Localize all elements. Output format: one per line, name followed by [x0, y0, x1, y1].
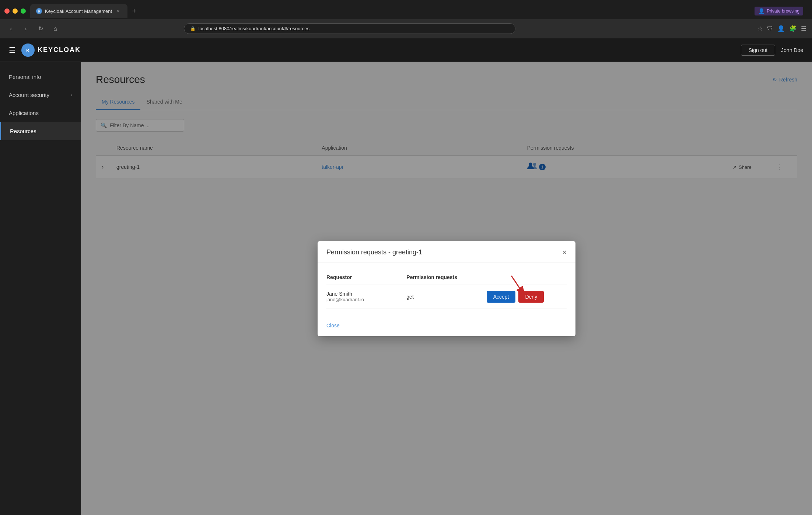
- close-modal-link[interactable]: Close: [326, 323, 340, 328]
- browser-toolbar: ‹ › ↻ ⌂ 🔒 localhost:8080/realms/kuadrant…: [0, 19, 812, 38]
- keycloak-logo: K KEYCLOAK: [21, 44, 81, 57]
- shield-icon[interactable]: 🛡: [767, 25, 773, 32]
- modal-overlay[interactable]: Permission requests - greeting-1 × Reque…: [81, 62, 812, 515]
- app-body: Personal info Account security › Applica…: [0, 62, 812, 515]
- sign-out-button[interactable]: Sign out: [741, 45, 775, 56]
- tab-close-button[interactable]: ×: [115, 8, 122, 14]
- modal-title: Permission requests - greeting-1: [326, 248, 422, 256]
- modal-table-header: Requestor Permission requests: [326, 271, 567, 285]
- tab-title: Keycloak Account Management: [45, 8, 112, 14]
- modal-col-permission-requests: Permission requests: [406, 274, 486, 280]
- sidebar-item-label-account-security: Account security: [9, 92, 49, 98]
- requestor-info: Jane Smith jane@kuadrant.io: [326, 291, 406, 302]
- keycloak-logo-icon: K: [21, 44, 35, 57]
- sidebar-item-account-security[interactable]: Account security ›: [0, 86, 81, 104]
- requestor-email: jane@kuadrant.io: [326, 297, 406, 302]
- sidebar-item-label-resources: Resources: [10, 128, 36, 134]
- sidebar-item-label-personal-info: Personal info: [9, 74, 41, 80]
- modal-col-actions: [487, 274, 567, 280]
- browser-right-icons: ☆ 🛡 👤 🧩 ☰: [757, 25, 806, 32]
- menu-icon[interactable]: ☰: [801, 25, 806, 32]
- main-content: Resources ↻ Refresh My Resources Shared …: [81, 62, 812, 515]
- modal-header: Permission requests - greeting-1 ×: [318, 241, 575, 262]
- arrow-annotation: [504, 274, 526, 294]
- new-tab-button[interactable]: +: [129, 6, 139, 16]
- private-browsing-badge: 👤 Private browsing: [755, 7, 803, 15]
- header-right: Sign out John Doe: [741, 45, 803, 56]
- address-bar[interactable]: 🔒 localhost:8080/realms/kuadrant/account…: [184, 23, 515, 34]
- permission-type: get: [406, 294, 486, 300]
- fullscreen-window-button[interactable]: [21, 8, 26, 14]
- hamburger-menu-button[interactable]: ☰: [9, 46, 15, 55]
- sidebar-item-personal-info[interactable]: Personal info: [0, 68, 81, 86]
- chevron-right-icon: ›: [71, 93, 72, 98]
- svg-text:K: K: [26, 48, 30, 53]
- forward-button[interactable]: ›: [21, 24, 31, 34]
- profile-icon[interactable]: 👤: [777, 25, 785, 32]
- private-browsing-label: Private browsing: [767, 8, 799, 14]
- bookmark-icon[interactable]: ☆: [757, 25, 763, 32]
- modal-close-button[interactable]: ×: [562, 248, 567, 256]
- private-browsing-icon: 👤: [758, 8, 764, 14]
- app-header: ☰ K KEYCLOAK Sign out John Doe: [0, 38, 812, 62]
- action-buttons: Accept Deny: [487, 291, 567, 303]
- address-text: localhost:8080/realms/kuadrant/account/#…: [199, 26, 309, 31]
- svg-line-5: [511, 276, 519, 288]
- sidebar: Personal info Account security › Applica…: [0, 62, 81, 515]
- traffic-lights: [4, 8, 26, 14]
- extensions-icon[interactable]: 🧩: [789, 25, 797, 32]
- modal-col-requestor: Requestor: [326, 274, 406, 280]
- permission-requests-modal: Permission requests - greeting-1 × Reque…: [318, 241, 575, 336]
- user-name: John Doe: [781, 47, 803, 53]
- minimize-window-button[interactable]: [13, 8, 18, 14]
- modal-table-row: Jane Smith jane@kuadrant.io get Accept D…: [326, 285, 567, 309]
- sidebar-item-applications[interactable]: Applications: [0, 104, 81, 122]
- back-button[interactable]: ‹: [6, 24, 16, 34]
- modal-body: Requestor Permission requests: [318, 262, 575, 318]
- tab-favicon: K: [36, 8, 42, 14]
- sidebar-item-resources[interactable]: Resources: [0, 122, 81, 140]
- lock-icon: 🔒: [190, 26, 196, 31]
- home-button[interactable]: ⌂: [50, 24, 60, 34]
- modal-footer: Close: [318, 318, 575, 336]
- reload-button[interactable]: ↻: [35, 24, 46, 34]
- keycloak-logo-text: KEYCLOAK: [38, 46, 81, 54]
- browser-tab-keycloak[interactable]: K Keycloak Account Management ×: [30, 4, 127, 18]
- close-window-button[interactable]: [4, 8, 10, 14]
- sidebar-item-label-applications: Applications: [9, 110, 39, 116]
- browser-tab-bar: K Keycloak Account Management × + 👤 Priv…: [0, 0, 812, 19]
- requestor-name: Jane Smith: [326, 291, 406, 297]
